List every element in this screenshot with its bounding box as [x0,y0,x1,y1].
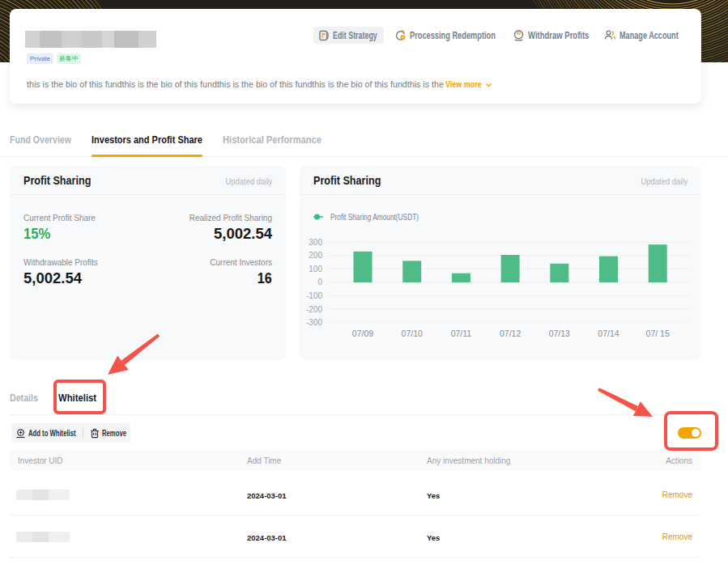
svg-text:200: 200 [309,251,322,260]
svg-text:300: 300 [309,238,322,247]
svg-text:07/14: 07/14 [598,329,619,338]
svg-text:07/13: 07/13 [549,329,570,338]
svg-text:07/12: 07/12 [500,329,521,338]
svg-text:07/ 15: 07/ 15 [646,329,670,338]
svg-text:07/10: 07/10 [402,329,423,338]
svg-text:Profit Sharing Amount(USDT): Profit Sharing Amount(USDT) [330,212,419,222]
svg-text:0: 0 [317,278,322,286]
svg-text:07/11: 07/11 [451,329,472,338]
svg-text:100: 100 [309,265,322,274]
svg-text:-100: -100 [306,291,322,300]
svg-text:07/09: 07/09 [352,329,373,338]
svg-text:-200: -200 [306,305,322,314]
svg-text:-300: -300 [306,318,322,327]
